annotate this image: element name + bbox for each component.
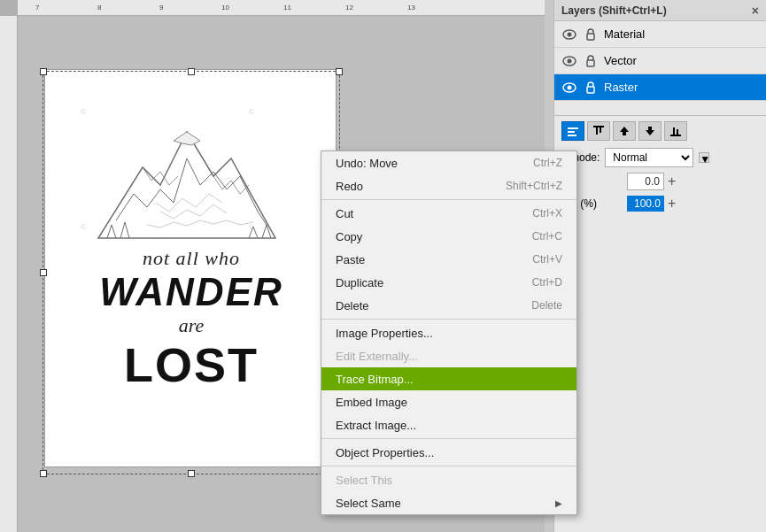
layer-visibility-icon[interactable]	[561, 27, 577, 42]
menu-item-label: Redo	[336, 180, 363, 193]
layer-row-material[interactable]: Material	[554, 21, 766, 48]
svg-marker-19	[620, 127, 629, 135]
flow-row: 0.0 +	[561, 173, 759, 190]
menu-item-duplicate[interactable]: DuplicateCtrl+D	[321, 271, 576, 294]
layers-close-button[interactable]: ×	[752, 4, 759, 17]
svg-text:©: ©	[249, 108, 254, 116]
ruler-tick: 11	[283, 4, 291, 12]
menu-item-label: Delete	[336, 299, 369, 312]
ruler-left	[0, 16, 18, 532]
layers-title-bar: Layers (Shift+Ctrl+L) ×	[554, 0, 766, 21]
menu-item-paste[interactable]: PasteCtrl+V	[321, 248, 576, 271]
menu-item-label: Paste	[336, 253, 365, 266]
canvas-document: © © © © not all who WANDER are LOST	[44, 69, 337, 467]
menu-item-cut[interactable]: CutCtrl+X	[321, 202, 576, 225]
align-left-button[interactable]	[561, 121, 584, 141]
ruler-tick: 10	[221, 4, 229, 12]
menu-item-label: Object Properties...	[336, 446, 434, 459]
menu-item-extract-image---[interactable]: Extract Image...	[321, 413, 576, 436]
layer-lock-icon[interactable]	[583, 80, 599, 96]
menu-item-object-properties---[interactable]: Object Properties...	[321, 441, 576, 464]
menu-separator	[321, 319, 576, 320]
menu-item-label: Trace Bitmap...	[336, 373, 414, 386]
flow-value[interactable]: 0.0	[627, 173, 664, 190]
blend-mode-select[interactable]: Normal Multiply Screen Overlay	[605, 148, 693, 167]
svg-rect-17	[596, 127, 598, 135]
svg-text:©: ©	[249, 223, 254, 231]
menu-item-label: Cut	[336, 207, 353, 220]
svg-rect-12	[587, 87, 594, 93]
align-top-button[interactable]	[587, 121, 610, 141]
menu-item-delete[interactable]: DeleteDelete	[321, 294, 576, 317]
menu-item-shortcut: Ctrl+C	[532, 230, 562, 243]
align-up-button[interactable]	[613, 121, 636, 141]
canvas-text-line1: not all who	[63, 247, 320, 270]
opacity-plus-button[interactable]: +	[668, 197, 682, 211]
menu-item-select-this: Select This	[321, 468, 576, 491]
layer-name: Raster	[604, 81, 759, 94]
menu-item-label: Duplicate	[336, 276, 383, 289]
selection-handle-bl[interactable]	[40, 470, 47, 477]
menu-item-label: Undo: Move	[336, 157, 398, 170]
menu-item-label: Select Same	[336, 497, 401, 510]
selection-handle-tr[interactable]	[336, 68, 343, 75]
layer-name: Material	[604, 27, 759, 41]
menu-item-shortcut: Ctrl+V	[532, 253, 562, 266]
menu-separator	[321, 438, 576, 439]
layer-lock-icon[interactable]	[583, 53, 599, 69]
layer-row-vector[interactable]: Vector	[554, 48, 766, 74]
layers-list: MaterialVectorRaster	[554, 21, 766, 101]
canvas-text-line2: WANDER	[63, 270, 320, 314]
svg-point-8	[568, 58, 572, 63]
svg-rect-13	[568, 127, 578, 129]
svg-marker-20	[646, 127, 654, 135]
menu-item-arrow-icon: ▶	[555, 498, 562, 508]
menu-item-embed-image[interactable]: Embed Image	[321, 390, 576, 413]
selection-handle-bm[interactable]	[188, 470, 195, 477]
menu-item-label: Select This	[336, 474, 392, 487]
menu-item-label: Image Properties...	[336, 327, 433, 340]
layer-visibility-icon[interactable]	[561, 53, 577, 69]
flow-plus-button[interactable]: +	[668, 174, 682, 189]
layers-panel: Layers (Shift+Ctrl+L) × MaterialVectorRa…	[554, 0, 766, 101]
menu-item-image-properties---[interactable]: Image Properties...	[321, 321, 576, 344]
canvas-text-line4: LOST	[63, 337, 320, 392]
svg-rect-9	[587, 60, 594, 66]
menu-item-select-same[interactable]: Select Same▶	[321, 491, 576, 514]
props-panel: d mode: Normal Multiply Screen Overlay ▼…	[554, 115, 766, 217]
menu-item-shortcut: Ctrl+Z	[533, 157, 562, 169]
canvas-image: © © © ©	[72, 88, 311, 256]
svg-text:©: ©	[81, 108, 86, 116]
svg-rect-16	[593, 126, 604, 127]
context-menu: Undo: MoveCtrl+ZRedoShift+Ctrl+ZCutCtrl+…	[321, 150, 577, 515]
menu-item-redo[interactable]: RedoShift+Ctrl+Z	[321, 174, 576, 197]
menu-item-shortcut: Ctrl+X	[532, 207, 562, 220]
menu-separator	[321, 199, 576, 200]
svg-rect-14	[568, 131, 575, 133]
opacity-row: city (%) 100.0 +	[561, 196, 759, 212]
menu-item-copy[interactable]: CopyCtrl+C	[321, 225, 576, 248]
canvas-text-line3: are	[63, 314, 320, 337]
align-down-button[interactable]	[638, 121, 662, 141]
blend-arrow-icon[interactable]: ▼	[699, 152, 709, 163]
svg-rect-23	[677, 129, 678, 135]
menu-item-trace-bitmap---[interactable]: Trace Bitmap...	[321, 367, 576, 390]
layer-row-raster[interactable]: Raster	[554, 74, 766, 101]
opacity-value[interactable]: 100.0	[627, 196, 664, 212]
menu-item-label: Embed Image	[336, 396, 407, 409]
layer-lock-icon[interactable]	[583, 27, 599, 42]
layers-title: Layers (Shift+Ctrl+L)	[561, 4, 667, 17]
menu-item-label: Copy	[336, 230, 362, 243]
align-bottom-button[interactable]	[664, 121, 687, 141]
svg-rect-15	[568, 135, 576, 136]
menu-item-undo--move[interactable]: Undo: MoveCtrl+Z	[321, 151, 576, 174]
svg-point-5	[568, 32, 572, 36]
menu-item-shortcut: Ctrl+D	[532, 276, 562, 289]
ruler-tick: 12	[345, 4, 353, 12]
menu-separator	[321, 466, 576, 466]
menu-item-edit-externally---: Edit Externally...	[321, 344, 576, 367]
svg-rect-6	[587, 34, 594, 40]
menu-item-shortcut: Delete	[531, 299, 562, 312]
layer-visibility-icon[interactable]	[561, 80, 577, 96]
blend-mode-row: d mode: Normal Multiply Screen Overlay ▼	[561, 148, 759, 167]
